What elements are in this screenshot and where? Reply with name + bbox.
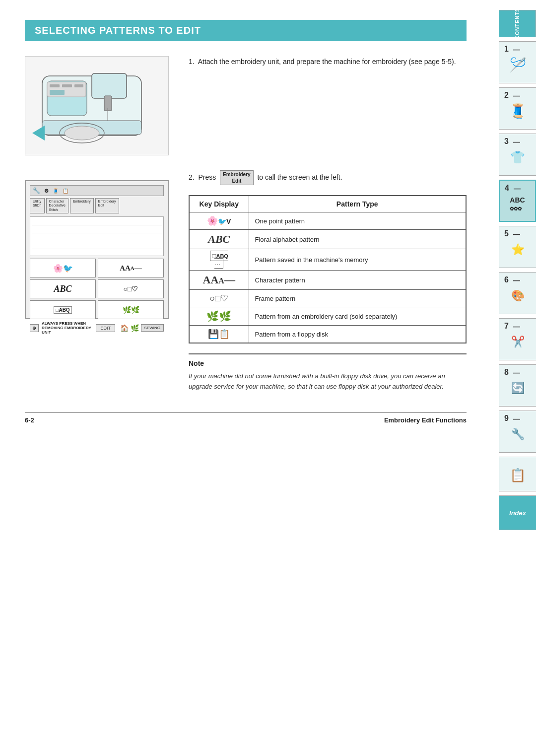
table-type-4: Character pattern (249, 271, 466, 290)
screen-cell-abc[interactable]: ABC (30, 279, 96, 298)
table-row: ○□♡ Frame pattern (189, 290, 466, 307)
sidebar-tab-3-dash: — (513, 138, 520, 146)
sidebar-tab-4[interactable]: 4 — ABC✿✿✿ (499, 180, 536, 222)
page-footer: 6-2 Embroidery Edit Functions (25, 412, 467, 424)
sidebar-tab-3[interactable]: 3 — 👕 (499, 134, 536, 176)
table-row: AAA— Character pattern (189, 271, 466, 290)
sidebar-tab-7-number: 7 (504, 322, 509, 331)
svg-rect-13 (50, 90, 65, 95)
table-row: 💾📋 Pattern from a floppy disk (189, 326, 466, 344)
note-section: Note If your machine did not come furnis… (189, 353, 467, 392)
sidebar-tab-5-icon: ⭐ (511, 243, 525, 256)
table-header-key: Key Display (189, 196, 249, 212)
section-title: SELECTING PATTERNS TO EDIT (25, 20, 467, 41)
right-sidebar: CONTENTS 1 — 🪡 2 — 🧵 3 — 👕 4 — ABC✿✿✿ 5 (491, 0, 536, 756)
svg-rect-2 (92, 73, 127, 98)
sidebar-tab-7[interactable]: 7 — ✂️ (499, 318, 536, 360)
sidebar-tab-5-number: 5 (504, 229, 509, 238)
svg-marker-6 (32, 126, 45, 140)
table-type-7: Pattern from a floppy disk (249, 326, 466, 344)
table-key-3: □ABQ··· (189, 249, 249, 271)
sidebar-tab-7-dash: — (513, 323, 520, 331)
sidebar-tab-3-number: 3 (504, 137, 509, 146)
sidebar-tab-1-number: 1 (504, 45, 509, 54)
sidebar-tab-2-dash: — (513, 92, 520, 100)
machine-illustration (25, 56, 169, 155)
screen-cell-abqbox[interactable]: □ABQ (30, 300, 96, 319)
table-key-5: ○□♡ (189, 290, 249, 307)
pattern-table: Key Display Pattern Type 🌸🐦V One point p… (189, 195, 467, 344)
sidebar-tab-9-dash: — (513, 415, 520, 423)
sidebar-tab-2-number: 2 (504, 91, 509, 100)
sidebar-tab-8-number: 8 (504, 368, 509, 377)
table-type-2: Floral alphabet pattern (249, 230, 466, 249)
table-row: 🌿🌿 Pattern from an embroidery card (sold… (189, 307, 466, 326)
sidebar-tab-doc[interactable]: 📋 (499, 457, 536, 491)
sidebar-tab-2[interactable]: 2 — 🧵 (499, 87, 536, 130)
svg-rect-10 (50, 84, 60, 87)
table-type-6: Pattern from an embroidery card (sold se… (249, 307, 466, 326)
note-text: If your machine did not come furnished w… (189, 371, 467, 392)
screen-cell-frames[interactable]: ○□♡ (98, 279, 164, 298)
step-1-text: 1. Attach the embroidery unit, and prepa… (189, 56, 467, 67)
step-2-text: 2. Press EmbroideryEdit to call the scre… (189, 170, 467, 185)
screen-tab-embroidery[interactable]: Embroidery (70, 198, 94, 213)
sidebar-tab-1-dash: — (513, 46, 520, 54)
edit-button-screen[interactable]: EDIT (96, 324, 115, 332)
step-1-body: Attach the embroidery unit, and prepare … (198, 58, 456, 66)
sidebar-tab-contents[interactable]: CONTENTS (499, 10, 536, 37)
step-2-number: 2. (189, 173, 195, 181)
sidebar-tab-4-icon: ABC✿✿✿ (510, 196, 525, 212)
sidebar-tab-6[interactable]: 6 — 🎨 (499, 272, 536, 314)
screen-cell-card[interactable]: 🌿🌿 (98, 300, 164, 319)
sidebar-tab-5[interactable]: 5 — ⭐ (499, 226, 536, 268)
sidebar-tab-4-number: 4 (505, 184, 509, 193)
sidebar-tab-6-dash: — (513, 276, 520, 284)
sidebar-tab-doc-icon: 📋 (510, 468, 526, 483)
sidebar-tab-7-icon: ✂️ (511, 336, 525, 348)
svg-rect-11 (62, 84, 72, 87)
sidebar-tab-1[interactable]: 1 — 🪡 (499, 41, 536, 83)
footer-title: Embroidery Edit Functions (384, 416, 467, 424)
screen-tab-edit[interactable]: EmbroideryEdit (95, 198, 119, 213)
screen-cell-aa[interactable]: AAA— (98, 259, 164, 277)
embroidery-edit-button-inline: EmbroideryEdit (220, 170, 254, 185)
step-1-number: 1. (189, 58, 195, 66)
screen-tab-character[interactable]: CharacterDecorativeStitch (46, 198, 68, 213)
table-key-2: ABC (189, 230, 249, 249)
sidebar-tab-9[interactable]: 9 — 🔧 (499, 411, 536, 453)
table-key-1: 🌸🐦V (189, 212, 249, 230)
table-row: ABC Floral alphabet pattern (189, 230, 466, 249)
table-key-4: AAA— (189, 271, 249, 290)
sidebar-tab-8-icon: 🔄 (511, 382, 525, 395)
table-key-6: 🌿🌿 (189, 307, 249, 326)
sewing-button-screen[interactable]: SEWING (141, 324, 164, 332)
sidebar-tab-6-number: 6 (504, 275, 509, 284)
table-type-5: Frame pattern (249, 290, 466, 307)
sidebar-tab-4-dash: — (514, 185, 521, 193)
step-2-body2: to call the screen at the left. (257, 173, 342, 181)
table-header-type: Pattern Type (249, 196, 466, 212)
sidebar-tab-5-dash: — (513, 230, 520, 238)
screen-illustration: 🔧 ⚙ 🧵 📋 UtilityStitch CharacterDecorativ… (25, 180, 169, 319)
note-label: Note (189, 359, 467, 367)
svg-rect-12 (74, 84, 83, 87)
table-row: 🌸🐦V One point pattern (189, 212, 466, 230)
table-row: □ABQ··· Pattern saved in the machine's m… (189, 249, 466, 271)
sidebar-tab-index[interactable]: Index (499, 495, 536, 530)
table-type-1: One point pattern (249, 212, 466, 230)
svg-point-8 (65, 126, 99, 140)
sidebar-tab-2-icon: 🧵 (509, 103, 527, 119)
screen-tab-utility[interactable]: UtilityStitch (30, 198, 45, 213)
sidebar-tab-3-icon: 👕 (510, 150, 525, 164)
sidebar-tab-8[interactable]: 8 — 🔄 (499, 364, 536, 407)
sidebar-tab-1-icon: 🪡 (509, 57, 527, 73)
table-type-3: Pattern saved in the machine's memory (249, 249, 466, 271)
table-key-7: 💾📋 (189, 326, 249, 344)
screen-cell-flowers[interactable]: 🌸🐦 (30, 259, 96, 277)
sidebar-tab-9-icon: 🔧 (511, 428, 525, 441)
sidebar-tab-8-dash: — (513, 369, 520, 377)
step-2-body: Press (198, 173, 216, 181)
sidebar-tab-9-number: 9 (504, 414, 509, 423)
sidebar-tab-6-icon: 🎨 (511, 289, 525, 302)
